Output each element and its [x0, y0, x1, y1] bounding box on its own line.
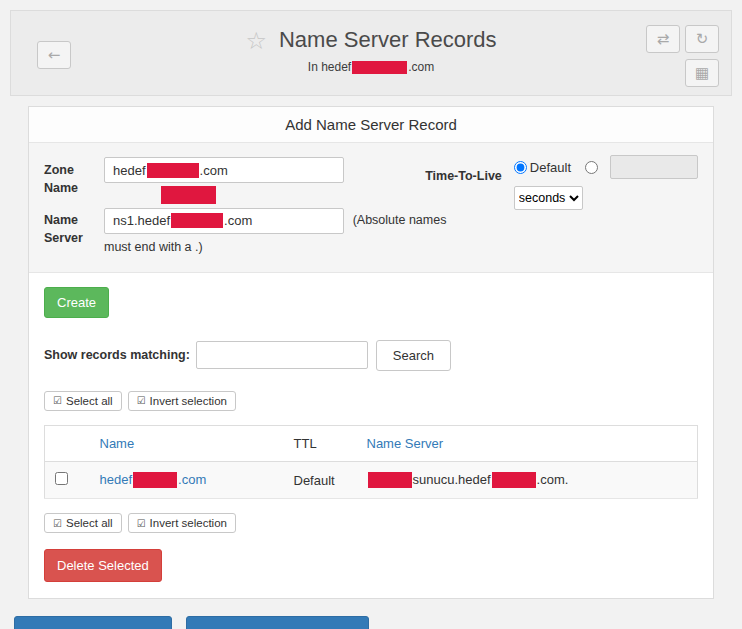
header-actions: ⇄ ↻ ▦ — [646, 25, 719, 87]
panel-title: Add Name Server Record — [29, 107, 713, 143]
selection-controls-top: ☑ Select all ☑ Invert selection — [44, 391, 698, 411]
record-name-link[interactable]: hedef.com — [100, 472, 207, 487]
subtitle-suffix: .com — [408, 60, 434, 74]
zone-name-value-prefix: hedef — [113, 163, 146, 178]
table-row: hedef.com Default sunucu.hedef.com. — [45, 461, 698, 499]
record-name-suffix: .com — [178, 472, 206, 487]
ttl-custom-radio[interactable] — [585, 161, 598, 174]
redaction-block — [147, 163, 199, 178]
invert-selection-button[interactable]: ☑ Invert selection — [128, 391, 236, 411]
ttl-block: Time-To-Live Default seconds — [425, 155, 698, 210]
return-to-zone-list-button[interactable]: ← Return to zone list — [14, 616, 172, 629]
record-server-suffix: .com. — [537, 472, 569, 487]
ttl-default-radio-label[interactable]: Default — [530, 160, 571, 175]
ttl-default-radio[interactable] — [514, 161, 527, 174]
sync-button[interactable]: ⇄ — [646, 25, 680, 53]
row-ttl-cell: Default — [284, 461, 357, 499]
redaction-block — [133, 472, 177, 488]
page-header: ← ☆Name Server Records In hedef.com ⇄ ↻ … — [10, 10, 732, 96]
return-to-record-types-button[interactable]: ← Return to record types — [186, 616, 369, 629]
checkbox-icon: ☑ — [137, 395, 146, 406]
record-server-mid: sunucu.hedef — [413, 472, 491, 487]
redaction-block — [368, 472, 412, 488]
zone-name-input[interactable]: hedef.com — [104, 157, 344, 183]
zone-name-value-suffix: .com — [200, 163, 228, 178]
back-arrow-icon: ← — [48, 46, 61, 64]
redaction-block — [161, 186, 216, 204]
subtitle-prefix: In hedef — [308, 60, 351, 74]
ttl-label: Time-To-Live — [425, 169, 502, 210]
select-all-button[interactable]: ☑ Select all — [44, 513, 122, 533]
ttl-unit-select[interactable]: seconds — [514, 186, 583, 210]
header-checkbox-cell — [45, 425, 90, 461]
table-header-row: Name TTL Name Server — [45, 425, 698, 461]
content-panel: Add Name Server Record Zone Name hedef.c… — [28, 106, 714, 599]
sync-icon: ⇄ — [657, 30, 670, 48]
select-all-button[interactable]: ☑ Select all — [44, 391, 122, 411]
redaction-block — [171, 213, 223, 228]
column-header-name[interactable]: Name — [90, 425, 284, 461]
panel-body: Create Show records matching: Search ☑ S… — [29, 273, 713, 599]
name-server-value-prefix: ns1.hedef — [113, 213, 170, 228]
column-header-ttl: TTL — [284, 425, 357, 461]
left-arrow-icon: ← — [201, 625, 212, 629]
invert-selection-button[interactable]: ☑ Invert selection — [128, 513, 236, 533]
name-server-input[interactable]: ns1.hedef.com — [104, 208, 344, 234]
record-name-prefix: hedef — [100, 472, 133, 487]
page-title: ☆Name Server Records — [245, 27, 496, 55]
page-subtitle: In hedef.com — [11, 60, 731, 74]
select-all-label: Select all — [66, 517, 113, 529]
invert-selection-label: Invert selection — [150, 395, 227, 407]
favorite-star-icon[interactable]: ☆ — [245, 27, 267, 55]
refresh-button[interactable]: ↻ — [685, 25, 719, 53]
grid-icon: ▦ — [695, 64, 709, 82]
zone-name-label: Zone Name — [44, 157, 104, 205]
back-button[interactable]: ← — [37, 41, 71, 69]
row-checkbox[interactable] — [55, 472, 68, 485]
ttl-value-input[interactable] — [610, 155, 698, 179]
row-name-cell: hedef.com — [90, 461, 284, 499]
selection-controls-bottom: ☑ Select all ☑ Invert selection — [44, 513, 698, 533]
refresh-icon: ↻ — [696, 30, 709, 48]
search-input[interactable] — [196, 341, 368, 369]
redaction-block — [352, 61, 407, 74]
name-server-row: Name Server ns1.hedef.com (Absolute name… — [44, 207, 698, 260]
search-button[interactable]: Search — [376, 340, 451, 371]
column-header-name-server[interactable]: Name Server — [357, 425, 698, 461]
create-button[interactable]: Create — [44, 287, 109, 318]
redaction-block — [492, 472, 536, 488]
page-footer: ← Return to zone list ← Return to record… — [14, 616, 728, 629]
select-all-label: Select all — [66, 395, 113, 407]
module-grid-button[interactable]: ▦ — [685, 59, 719, 87]
search-label: Show records matching: — [44, 348, 190, 362]
checkbox-icon: ☑ — [53, 518, 62, 529]
page-title-text: Name Server Records — [279, 27, 497, 52]
add-record-form: Zone Name hedef.com Name Server ns1.hede… — [29, 143, 713, 273]
name-server-value-suffix: .com — [224, 213, 252, 228]
records-table: Name TTL Name Server hedef.com Default — [44, 425, 698, 500]
page: ← ☆Name Server Records In hedef.com ⇄ ↻ … — [0, 0, 742, 629]
invert-selection-label: Invert selection — [150, 517, 227, 529]
checkbox-icon: ☑ — [137, 518, 146, 529]
row-name-server-cell: sunucu.hedef.com. — [357, 461, 698, 499]
delete-selected-button[interactable]: Delete Selected — [44, 549, 162, 582]
checkbox-icon: ☑ — [53, 395, 62, 406]
search-row: Show records matching: Search — [44, 340, 698, 371]
title-wrap: ☆Name Server Records In hedef.com — [11, 11, 731, 74]
left-arrow-icon: ← — [29, 625, 40, 629]
name-server-label: Name Server — [44, 207, 104, 260]
